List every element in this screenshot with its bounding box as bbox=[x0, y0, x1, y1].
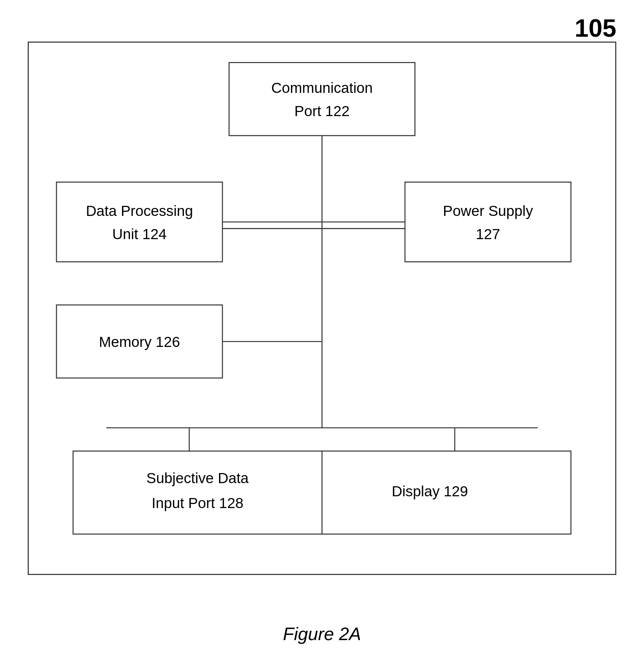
display-label: Display 129 bbox=[392, 483, 468, 499]
data-processing-unit-box bbox=[56, 182, 222, 262]
figure-caption: Figure 2A bbox=[0, 623, 644, 644]
communication-port-label-line2: Port 122 bbox=[294, 103, 350, 119]
subjective-data-label-line2: Input Port 128 bbox=[152, 495, 244, 511]
data-processing-unit-label-line2: Unit 124 bbox=[112, 226, 167, 242]
communication-port-box bbox=[229, 62, 415, 136]
data-processing-unit-label-line1: Data Processing bbox=[86, 203, 193, 219]
power-supply-label-line1: Power Supply bbox=[443, 203, 533, 219]
subjective-data-label-line1: Subjective Data bbox=[147, 470, 249, 486]
diagram-container: Communication Port 122 Data Processing U… bbox=[28, 42, 616, 575]
communication-port-label-line1: Communication bbox=[271, 80, 373, 96]
power-supply-label-line2: 127 bbox=[476, 226, 500, 242]
power-supply-box bbox=[405, 182, 571, 262]
memory-label: Memory 126 bbox=[99, 334, 180, 350]
page-number: 105 bbox=[575, 14, 616, 42]
